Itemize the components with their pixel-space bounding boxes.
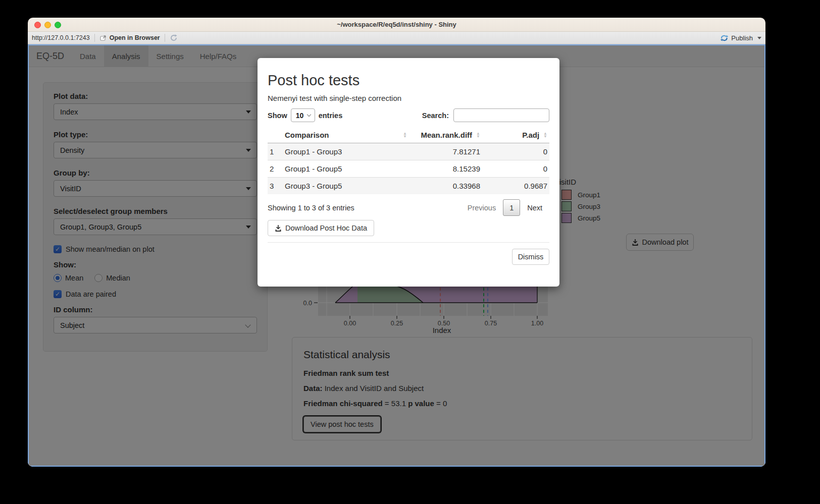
titlebar: ~/workspace/R/eq5d/inst/shiny - Shiny [28, 18, 765, 32]
table-row[interactable]: 2 Group1 - Group5 8.15239 0 [268, 160, 549, 178]
search-control: Search: [422, 108, 549, 122]
open-in-browser-label: Open in Browser [110, 34, 160, 41]
chevron-down-icon [306, 113, 311, 117]
entries-value: 10 [296, 111, 304, 120]
window-title: ~/workspace/R/eq5d/inst/shiny - Shiny [28, 18, 765, 31]
cell-padj: 0.9687 [482, 178, 549, 195]
toolbar-divider [165, 34, 165, 42]
close-window-button[interactable] [34, 22, 41, 28]
dismiss-button[interactable]: Dismiss [512, 249, 549, 265]
header-rownum[interactable] [268, 127, 283, 143]
cell-padj: 0 [482, 160, 549, 178]
sort-icon: ▲▼ [476, 132, 480, 138]
download-post-hoc-label: Download Post Hoc Data [285, 224, 367, 232]
header-padj-label: P.adj [522, 131, 539, 139]
cell-mrd: 0.33968 [409, 178, 482, 195]
entries-label: entries [319, 111, 343, 120]
modal-footer: Dismiss [268, 242, 549, 265]
publish-icon [720, 34, 729, 42]
open-in-browser-button[interactable]: Open in Browser [99, 34, 160, 41]
header-comparison-label: Comparison [285, 131, 329, 139]
search-label: Search: [422, 111, 449, 120]
download-icon [275, 225, 282, 232]
dismiss-label: Dismiss [518, 253, 544, 261]
show-label: Show [268, 111, 287, 120]
modal-subtitle: Nemenyi test with single-step correction [268, 94, 549, 102]
cell-padj: 0 [482, 143, 549, 160]
cell-comparison: Group1 - Group5 [283, 160, 409, 178]
minimize-window-button[interactable] [44, 22, 51, 28]
shiny-app-webview: EQ-5D Data Analysis Settings Help/FAQs P… [28, 44, 765, 467]
datatable-footer: Showing 1 to 3 of 3 entries Previous 1 N… [268, 199, 549, 216]
header-comparison[interactable]: Comparison▲▼ [283, 127, 409, 143]
previous-page-button[interactable]: Previous [460, 200, 503, 215]
url-text: http://127.0.0.1:7243 [32, 34, 90, 41]
browser-toolbar: http://127.0.0.1:7243 Open in Browser Pu… [28, 32, 765, 44]
zoom-window-button[interactable] [55, 22, 61, 28]
publish-button[interactable]: Publish [720, 34, 761, 42]
table-row[interactable]: 3 Group3 - Group5 0.33968 0.9687 [268, 178, 549, 195]
publish-label: Publish [731, 34, 753, 42]
toolbar-divider [94, 34, 95, 42]
header-mean-rank-diff[interactable]: Mean.rank.diff▲▼ [409, 127, 482, 143]
sort-icon: ▲▼ [403, 132, 407, 138]
pagination: Previous 1 Next [460, 199, 549, 216]
post-hoc-table: Comparison▲▼ Mean.rank.diff▲▼ P.adj▲▼ 1 … [268, 127, 549, 194]
post-hoc-modal: Post hoc tests Nemenyi test with single-… [258, 58, 559, 287]
header-padj[interactable]: P.adj▲▼ [482, 127, 549, 143]
next-page-button[interactable]: Next [520, 200, 549, 215]
sort-icon: ▲▼ [543, 132, 547, 138]
modal-title: Post hoc tests [268, 72, 549, 89]
open-in-browser-icon [99, 35, 107, 41]
download-post-hoc-data-button[interactable]: Download Post Hoc Data [268, 220, 374, 236]
reload-icon[interactable] [170, 34, 178, 42]
cell-comparison: Group1 - Group3 [283, 143, 409, 160]
entries-select[interactable]: 10 [291, 108, 315, 122]
cell-rownum: 1 [268, 143, 283, 160]
cell-rownum: 2 [268, 160, 283, 178]
cell-comparison: Group3 - Group5 [283, 178, 409, 195]
publish-caret-icon [757, 37, 761, 39]
table-row[interactable]: 1 Group1 - Group3 7.81271 0 [268, 143, 549, 160]
cell-mrd: 7.81271 [409, 143, 482, 160]
cell-mrd: 8.15239 [409, 160, 482, 178]
current-page-button[interactable]: 1 [503, 199, 520, 216]
entries-control: Show 10 entries [268, 108, 342, 122]
cell-rownum: 3 [268, 178, 283, 195]
table-info: Showing 1 to 3 of 3 entries [268, 204, 354, 212]
header-mrd-label: Mean.rank.diff [421, 131, 472, 139]
macos-window: ~/workspace/R/eq5d/inst/shiny - Shiny ht… [28, 18, 765, 467]
datatable-controls: Show 10 entries Search: [268, 108, 549, 122]
table-header-row: Comparison▲▼ Mean.rank.diff▲▼ P.adj▲▼ [268, 127, 549, 143]
search-input[interactable] [453, 108, 549, 122]
